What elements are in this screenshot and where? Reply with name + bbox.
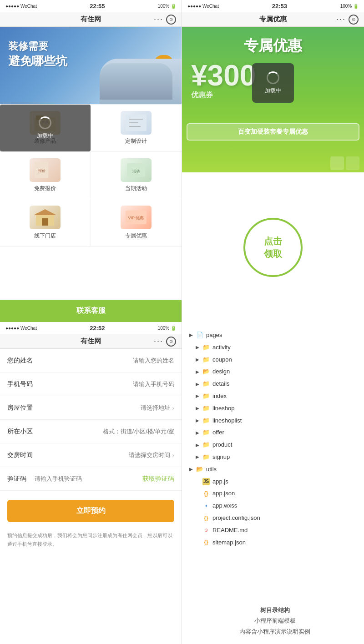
appjs-label: app.js [212,477,228,487]
left-grid-menu: 产品 加载中 装修产品 定制设计 报价 免费报价 [0,104,182,247]
appjs-icon: JS [202,478,210,485]
svg-marker-12 [34,209,56,215]
verify-row: 验证码 获取验证码 [0,467,182,491]
tree-item-signup[interactable]: ▶ 📁 signup [196,451,360,463]
right-nav-circle[interactable]: ⊙ [349,15,359,25]
banner-text1: 装修需要 [8,40,48,53]
left-nav-title: 有住网 [81,15,101,24]
tree-item-appwxss: ✦ app.wxss [196,500,360,512]
form-row-handover: 交房时间 › [0,443,182,467]
offer-title: 专属优惠 [182,36,364,56]
left-banner: 装修需要 避免哪些坑 坑 [0,27,182,104]
handover-input[interactable] [39,452,170,458]
grid-item-offer[interactable]: VIP 优惠 专属优惠 [91,199,182,247]
verify-input[interactable] [35,475,142,482]
tree-item-sitemap: {} sitemap.json [196,537,360,549]
form-label-community: 所在小区 [7,428,39,436]
left-wechat-panel: ●●●●● WeChat 22:55 100% 🔋 有住网 ··· ⊙ 装修需要… [0,0,182,322]
tree-item-product[interactable]: ▶ 📁 product [196,439,360,451]
grid-item-activity[interactable]: 活动 当期活动 [91,152,182,199]
utils-label: utils [206,465,217,474]
right-nav-bar: 专属优惠 ··· ⊙ [182,12,364,27]
tree-item-projcfg: {} project.config.json [196,512,360,524]
form-label-handover: 交房时间 [7,451,39,459]
tree-item-lineshop[interactable]: ▶ 📁 lineshop [196,402,360,415]
left-time: 22:55 [90,3,105,10]
grid-item-design-img [121,111,152,135]
tree-item-activity[interactable]: ▶ 📁 activity [196,342,360,354]
grid-item-quote[interactable]: 报价 免费报价 [0,152,91,199]
tree-item-pages[interactable]: ▶ 📄 pages [189,329,360,342]
caption-line-3: 内容含小程序演示说明实例 [189,626,360,637]
svg-text:报价: 报价 [38,169,46,173]
svg-text:活动: 活动 [132,169,140,173]
grid-label-quote: 免费报价 [34,185,56,192]
offer-folder-icon: 📁 [202,429,210,437]
tree-item-readme: ⊙ README.md [196,524,360,537]
grid-label-store: 线下门店 [34,232,56,240]
right-signal: ●●●●● WeChat [187,4,219,9]
pages-label: pages [206,331,222,340]
lineshoplist-label: lineshoplist [212,416,242,426]
contact-btn[interactable]: 联系客服 [0,300,182,322]
community-input[interactable] [39,428,174,435]
tree-arrow-pages: ▶ [189,332,196,339]
tree-arrow-signup: ▶ [196,453,202,461]
grid-item-product[interactable]: 产品 加载中 装修产品 [0,105,91,152]
right-nav-dots[interactable]: ··· [336,15,346,24]
signup-nav-circle[interactable]: ⊙ [166,337,176,347]
tree-item-details[interactable]: ▶ 📁 details [196,378,360,390]
tree-arrow-offer: ▶ [196,429,202,437]
name-input[interactable] [39,357,174,364]
signup-battery: 100% 🔋 [158,326,176,331]
circle-receive-btn[interactable]: 点击领取 [243,218,303,277]
offer-deco [330,156,359,170]
grid-label-activity: 当期活动 [125,185,147,192]
tree-item-utils[interactable]: ▶ 📂 utils [189,463,360,476]
disclaimer-text: 预约信息提交成功后，我们将会为您同步注册成为有住网会员，您以后可以通过手机号直接… [0,531,182,548]
left-nav-circle[interactable]: ⊙ [166,15,176,25]
right-nav-title: 专属优惠 [259,15,287,24]
offer-label: offer [212,428,224,438]
details-label: details [212,379,230,389]
caption-area: 树目录结构 小程序前端模板 内容含小程序演示说明实例 [189,599,360,637]
signup-time: 22:52 [90,325,105,332]
location-input[interactable] [39,404,170,411]
grid-item-activity-img: 活动 [121,158,152,182]
grid-item-store[interactable]: 线下门店 [0,199,91,247]
banner-text2: 避免哪些坑 [8,53,67,69]
tree-item-lineshoplist[interactable]: ▶ 📁 lineshoplist [196,415,360,427]
tree-arrow-lineshoplist: ▶ [196,417,202,424]
sitemap-icon: {} [202,539,210,546]
form-row-location: 房屋位置 › [0,396,182,420]
sitemap-label: sitemap.json [212,538,246,548]
tree-item-index[interactable]: ▶ 📁 index [196,390,360,402]
caption-line-1: 树目录结构 [189,605,360,615]
left-nav-bar: 有住网 ··· ⊙ [0,12,182,27]
activity-folder-icon: 📁 [202,344,210,351]
tree-item-offer[interactable]: ▶ 📁 offer [196,427,360,439]
right-battery: 100% 🔋 [340,4,359,9]
offer-loading-overlay: 加载中 [252,63,294,103]
tree-item-design[interactable]: ▶ 📂 design [196,366,360,378]
offer-unit: 优惠券 [191,91,213,100]
tree-arrow-product: ▶ [196,442,202,449]
grid-item-design[interactable]: 定制设计 [91,105,182,152]
form-row-community: 所在小区 [0,420,182,443]
tree-item-coupon[interactable]: ▶ 📁 coupon [196,354,360,366]
appwxss-label: app.wxss [212,501,237,511]
loading-spinner [39,116,51,129]
verify-btn[interactable]: 获取验证码 [142,475,174,483]
svg-text:VIP 优惠: VIP 优惠 [128,216,144,220]
left-nav-dots[interactable]: ··· [154,15,163,24]
form-row-name: 您的姓名 [0,349,182,372]
signup-nav-bar: 有住网 ··· ⊙ [0,334,182,349]
signup-nav-dots[interactable]: ··· [154,337,163,346]
product-label: product [212,440,232,450]
grid-item-quote-img: 报价 [30,158,61,182]
submit-btn[interactable]: 立即预约 [7,500,174,522]
phone-input[interactable] [39,381,174,387]
projcfg-label: project.config.json [212,513,260,523]
index-label: index [212,392,227,401]
tree-item-appjs: JS app.js [196,476,360,488]
